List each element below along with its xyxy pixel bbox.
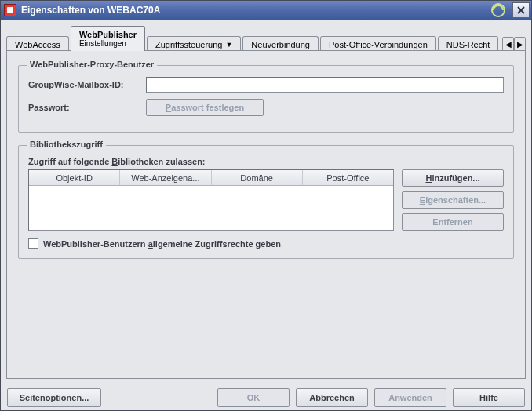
tab-scroll-controls: ◀ ▶ [502, 37, 526, 51]
label-password: Passwort: [28, 103, 146, 112]
tab-panel: WebPublisher-Proxy-Benutzer GroupWise-Ma… [6, 50, 526, 379]
col-web-anzeigename[interactable]: Web-Anzeigena... [120, 170, 211, 186]
tab-webaccess[interactable]: WebAccess [6, 36, 69, 52]
row-password: Passwort: Passwort festlegen [28, 99, 504, 116]
dialog-button-bar: Seitenoptionen... OK Abbrechen Anwenden … [1, 384, 531, 410]
col-domaene[interactable]: Domäne [212, 170, 303, 186]
group-library-access: Bibliothekszugriff Zugriff auf folgende … [18, 145, 514, 259]
tab-zugriffssteuerung[interactable]: Zugriffssteuerung ▼ [147, 36, 241, 52]
label-library-caption: Zugriff auf folgende Bibliotheken zulass… [28, 157, 504, 166]
client-area: WebAccess WebPublisher Einstellungen Zug… [1, 20, 531, 384]
properties-window: Eigenschaften von WEBAC70A WebAccess Web… [0, 0, 532, 411]
button-cancel[interactable]: Abbrechen [296, 388, 368, 407]
tab-webpublisher-sub: Einstellungen [79, 39, 126, 48]
button-apply: Anwenden [374, 388, 446, 407]
tab-postoffice-verbindungen[interactable]: Post-Office-Verbindungen [320, 36, 436, 52]
button-remove: Entfernen [402, 213, 504, 231]
listview-header: Objekt-ID Web-Anzeigena... Domäne Post-O… [29, 170, 393, 186]
tab-webpublisher[interactable]: WebPublisher Einstellungen [71, 26, 145, 51]
button-page-options[interactable]: Seitenoptionen... [7, 388, 101, 407]
tab-strip: WebAccess WebPublisher Einstellungen Zug… [6, 24, 526, 51]
label-general-rights: WebPublisher-Benutzern allgemeine Zugrif… [43, 239, 281, 249]
listview-body [29, 186, 393, 230]
library-listview[interactable]: Objekt-ID Web-Anzeigena... Domäne Post-O… [28, 169, 394, 231]
library-body: Objekt-ID Web-Anzeigena... Domäne Post-O… [28, 169, 504, 231]
close-button[interactable] [512, 2, 530, 18]
tab-neuverbindung[interactable]: Neuverbindung [242, 36, 319, 52]
suse-logo-icon [490, 2, 506, 18]
col-objekt-id[interactable]: Objekt-ID [29, 170, 120, 186]
label-mailbox-id: GroupWise-Mailbox-ID: [28, 80, 146, 89]
titlebar: Eigenschaften von WEBAC70A [1, 1, 531, 20]
tab-nds-rechte[interactable]: NDS-Recht [438, 36, 499, 52]
button-properties: Eigenschaften... [402, 191, 504, 209]
group-library-legend: Bibliothekszugriff [27, 140, 106, 149]
window-title: Eigenschaften von WEBAC70A [21, 5, 490, 16]
group-proxy-legend: WebPublisher-Proxy-Benutzer [27, 60, 157, 69]
group-proxy-user: WebPublisher-Proxy-Benutzer GroupWise-Ma… [18, 65, 514, 133]
button-help[interactable]: Hilfe [453, 388, 525, 407]
button-set-password: Passwort festlegen [146, 99, 264, 116]
app-icon [4, 4, 16, 16]
library-side-buttons: Hinzufügen... Eigenschaften... Entfernen [402, 169, 504, 231]
dropdown-icon: ▼ [225, 41, 232, 49]
tab-zugriff-label: Zugriffssteuerung [155, 40, 222, 49]
tab-scroll-right[interactable]: ▶ [514, 37, 526, 51]
row-general-rights: WebPublisher-Benutzern allgemeine Zugrif… [28, 238, 504, 249]
col-post-office[interactable]: Post-Office [303, 170, 393, 186]
input-mailbox-id[interactable] [146, 77, 504, 93]
tab-scroll-left[interactable]: ◀ [502, 37, 514, 51]
tab-webpublisher-label: WebPublisher [79, 30, 137, 39]
checkbox-general-rights[interactable] [28, 238, 38, 249]
button-add[interactable]: Hinzufügen... [402, 169, 504, 187]
button-ok: OK [217, 388, 290, 407]
row-mailbox-id: GroupWise-Mailbox-ID: [28, 77, 504, 93]
